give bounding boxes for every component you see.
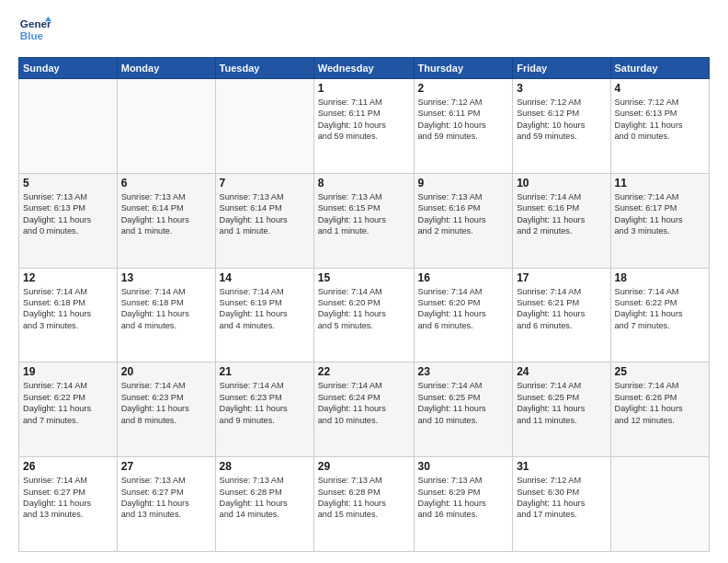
calendar-cell: 23Sunrise: 7:14 AM Sunset: 6:25 PM Dayli… xyxy=(414,362,513,457)
weekday-header-tuesday: Tuesday xyxy=(215,58,313,79)
calendar-cell: 6Sunrise: 7:13 AM Sunset: 6:14 PM Daylig… xyxy=(117,173,215,268)
day-info: Sunrise: 7:13 AM Sunset: 6:28 PM Dayligh… xyxy=(318,475,410,521)
week-row-5: 26Sunrise: 7:14 AM Sunset: 6:27 PM Dayli… xyxy=(19,457,710,552)
calendar-cell: 20Sunrise: 7:14 AM Sunset: 6:23 PM Dayli… xyxy=(117,362,215,457)
logo-icon: General Blue xyxy=(18,15,51,48)
calendar-cell: 14Sunrise: 7:14 AM Sunset: 6:19 PM Dayli… xyxy=(215,268,313,362)
calendar-cell: 29Sunrise: 7:13 AM Sunset: 6:28 PM Dayli… xyxy=(313,457,414,552)
day-info: Sunrise: 7:11 AM Sunset: 6:11 PM Dayligh… xyxy=(318,97,410,143)
calendar-cell: 12Sunrise: 7:14 AM Sunset: 6:18 PM Dayli… xyxy=(19,268,118,362)
day-number: 12 xyxy=(23,271,113,284)
weekday-header-wednesday: Wednesday xyxy=(313,58,414,79)
day-number: 24 xyxy=(517,365,606,378)
day-number: 4 xyxy=(615,82,706,95)
calendar-cell: 3Sunrise: 7:12 AM Sunset: 6:12 PM Daylig… xyxy=(513,79,610,174)
day-info: Sunrise: 7:14 AM Sunset: 6:22 PM Dayligh… xyxy=(23,380,113,426)
calendar-cell: 1Sunrise: 7:11 AM Sunset: 6:11 PM Daylig… xyxy=(313,79,414,174)
week-row-2: 5Sunrise: 7:13 AM Sunset: 6:13 PM Daylig… xyxy=(19,173,710,268)
calendar-cell: 27Sunrise: 7:13 AM Sunset: 6:27 PM Dayli… xyxy=(117,457,215,552)
weekday-header-row: SundayMondayTuesdayWednesdayThursdayFrid… xyxy=(19,58,710,79)
day-number: 29 xyxy=(318,460,410,473)
day-info: Sunrise: 7:12 AM Sunset: 6:30 PM Dayligh… xyxy=(517,475,606,521)
calendar-cell: 22Sunrise: 7:14 AM Sunset: 6:24 PM Dayli… xyxy=(313,362,414,457)
calendar-cell xyxy=(610,457,710,552)
day-info: Sunrise: 7:14 AM Sunset: 6:23 PM Dayligh… xyxy=(121,380,211,426)
calendar-cell: 26Sunrise: 7:14 AM Sunset: 6:27 PM Dayli… xyxy=(19,457,118,552)
weekday-header-saturday: Saturday xyxy=(610,58,710,79)
day-info: Sunrise: 7:14 AM Sunset: 6:20 PM Dayligh… xyxy=(418,286,509,332)
day-number: 21 xyxy=(220,365,310,378)
day-number: 17 xyxy=(517,271,606,284)
weekday-header-monday: Monday xyxy=(117,58,215,79)
day-number: 5 xyxy=(23,177,113,190)
day-number: 16 xyxy=(418,271,509,284)
day-number: 11 xyxy=(615,177,706,190)
day-number: 3 xyxy=(517,82,606,95)
day-number: 26 xyxy=(23,460,113,473)
calendar-cell: 21Sunrise: 7:14 AM Sunset: 6:23 PM Dayli… xyxy=(215,362,313,457)
day-info: Sunrise: 7:14 AM Sunset: 6:18 PM Dayligh… xyxy=(121,286,211,332)
calendar-cell: 2Sunrise: 7:12 AM Sunset: 6:11 PM Daylig… xyxy=(414,79,513,174)
day-info: Sunrise: 7:14 AM Sunset: 6:21 PM Dayligh… xyxy=(517,286,606,332)
day-info: Sunrise: 7:13 AM Sunset: 6:29 PM Dayligh… xyxy=(418,475,509,521)
day-info: Sunrise: 7:14 AM Sunset: 6:27 PM Dayligh… xyxy=(23,475,113,521)
day-number: 20 xyxy=(121,365,211,378)
day-number: 23 xyxy=(418,365,509,378)
day-info: Sunrise: 7:14 AM Sunset: 6:25 PM Dayligh… xyxy=(418,380,509,426)
calendar-cell: 8Sunrise: 7:13 AM Sunset: 6:15 PM Daylig… xyxy=(313,173,414,268)
calendar-cell: 17Sunrise: 7:14 AM Sunset: 6:21 PM Dayli… xyxy=(513,268,610,362)
day-number: 14 xyxy=(220,271,310,284)
day-number: 27 xyxy=(121,460,211,473)
weekday-header-friday: Friday xyxy=(513,58,610,79)
calendar-cell: 5Sunrise: 7:13 AM Sunset: 6:13 PM Daylig… xyxy=(19,173,118,268)
day-number: 13 xyxy=(121,271,211,284)
calendar-table: SundayMondayTuesdayWednesdayThursdayFrid… xyxy=(18,57,710,552)
calendar-cell: 9Sunrise: 7:13 AM Sunset: 6:16 PM Daylig… xyxy=(414,173,513,268)
logo: General Blue xyxy=(18,15,51,48)
day-number: 31 xyxy=(517,460,606,473)
day-info: Sunrise: 7:13 AM Sunset: 6:16 PM Dayligh… xyxy=(418,191,509,237)
calendar-cell xyxy=(117,79,215,174)
day-info: Sunrise: 7:14 AM Sunset: 6:26 PM Dayligh… xyxy=(615,380,706,426)
day-info: Sunrise: 7:13 AM Sunset: 6:15 PM Dayligh… xyxy=(318,191,410,237)
day-number: 22 xyxy=(318,365,410,378)
day-number: 28 xyxy=(220,460,310,473)
calendar-cell: 19Sunrise: 7:14 AM Sunset: 6:22 PM Dayli… xyxy=(19,362,118,457)
day-info: Sunrise: 7:14 AM Sunset: 6:20 PM Dayligh… xyxy=(318,286,410,332)
weekday-header-sunday: Sunday xyxy=(19,58,118,79)
day-info: Sunrise: 7:14 AM Sunset: 6:16 PM Dayligh… xyxy=(517,191,606,237)
week-row-4: 19Sunrise: 7:14 AM Sunset: 6:22 PM Dayli… xyxy=(19,362,710,457)
calendar-cell: 28Sunrise: 7:13 AM Sunset: 6:28 PM Dayli… xyxy=(215,457,313,552)
day-info: Sunrise: 7:13 AM Sunset: 6:27 PM Dayligh… xyxy=(121,475,211,521)
day-info: Sunrise: 7:14 AM Sunset: 6:25 PM Dayligh… xyxy=(517,380,606,426)
calendar-cell: 30Sunrise: 7:13 AM Sunset: 6:29 PM Dayli… xyxy=(414,457,513,552)
page: General Blue SundayMondayTuesdayWednesda… xyxy=(0,0,728,563)
calendar-cell: 7Sunrise: 7:13 AM Sunset: 6:14 PM Daylig… xyxy=(215,173,313,268)
day-info: Sunrise: 7:13 AM Sunset: 6:28 PM Dayligh… xyxy=(220,475,310,521)
day-info: Sunrise: 7:12 AM Sunset: 6:13 PM Dayligh… xyxy=(615,97,706,143)
day-info: Sunrise: 7:12 AM Sunset: 6:11 PM Dayligh… xyxy=(418,97,509,143)
day-info: Sunrise: 7:12 AM Sunset: 6:12 PM Dayligh… xyxy=(517,97,606,143)
week-row-1: 1Sunrise: 7:11 AM Sunset: 6:11 PM Daylig… xyxy=(19,79,710,174)
weekday-header-thursday: Thursday xyxy=(414,58,513,79)
day-info: Sunrise: 7:13 AM Sunset: 6:13 PM Dayligh… xyxy=(23,191,113,237)
calendar-cell: 18Sunrise: 7:14 AM Sunset: 6:22 PM Dayli… xyxy=(610,268,710,362)
calendar-cell: 31Sunrise: 7:12 AM Sunset: 6:30 PM Dayli… xyxy=(513,457,610,552)
calendar-cell: 15Sunrise: 7:14 AM Sunset: 6:20 PM Dayli… xyxy=(313,268,414,362)
calendar-cell: 4Sunrise: 7:12 AM Sunset: 6:13 PM Daylig… xyxy=(610,79,710,174)
day-number: 30 xyxy=(418,460,509,473)
day-info: Sunrise: 7:14 AM Sunset: 6:23 PM Dayligh… xyxy=(220,380,310,426)
day-number: 10 xyxy=(517,177,606,190)
day-number: 18 xyxy=(615,271,706,284)
calendar-cell: 13Sunrise: 7:14 AM Sunset: 6:18 PM Dayli… xyxy=(117,268,215,362)
header: General Blue xyxy=(18,15,710,48)
day-number: 25 xyxy=(615,365,706,378)
day-number: 8 xyxy=(318,177,410,190)
day-number: 19 xyxy=(23,365,113,378)
day-info: Sunrise: 7:13 AM Sunset: 6:14 PM Dayligh… xyxy=(121,191,211,237)
day-number: 7 xyxy=(220,177,310,190)
day-info: Sunrise: 7:14 AM Sunset: 6:22 PM Dayligh… xyxy=(615,286,706,332)
calendar-cell: 11Sunrise: 7:14 AM Sunset: 6:17 PM Dayli… xyxy=(610,173,710,268)
calendar-cell xyxy=(215,79,313,174)
day-number: 15 xyxy=(318,271,410,284)
